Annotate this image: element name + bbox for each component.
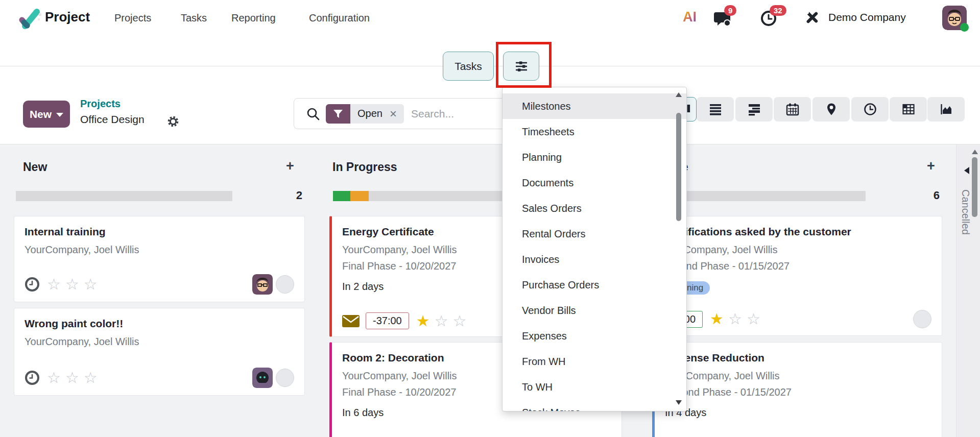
star-icon[interactable]: ★ — [710, 311, 724, 327]
dropdown-item-from-wh[interactable]: From WH — [503, 349, 686, 374]
assignee-avatar[interactable] — [252, 368, 273, 388]
company-menu[interactable]: Demo Company — [828, 11, 906, 23]
view-switch-activity-clock[interactable] — [851, 97, 889, 122]
column-title-new: New — [23, 160, 47, 174]
chevron-down-icon — [56, 113, 63, 117]
messages-badge: 9 — [724, 5, 736, 16]
kanban-board: New + 2 Internal training YourCompany, J… — [0, 144, 980, 437]
nav-item-tasks[interactable]: Tasks — [181, 12, 207, 24]
dropdown-scrollbar[interactable] — [675, 90, 682, 408]
task-card-wrong-paint-color[interactable]: Wrong paint color!! YourCompany, Joel Wi… — [14, 308, 305, 396]
ai-icon[interactable]: AI — [683, 9, 697, 25]
dropdown-item-sales-orders[interactable]: Sales Orders — [503, 196, 686, 221]
star-icon[interactable]: ☆ — [47, 370, 61, 385]
progress-orange-segment[interactable] — [350, 191, 369, 201]
nav-item-configuration[interactable]: Configuration — [309, 12, 370, 24]
view-switch-calendar[interactable] — [774, 97, 811, 122]
star-icon[interactable]: ★ — [416, 313, 430, 329]
filter-funnel-icon — [326, 104, 350, 124]
online-status-dot — [960, 23, 969, 32]
priority-stars: ★ ☆ ☆ — [710, 311, 760, 327]
priority-stars: ☆ ☆ ☆ — [47, 277, 98, 292]
scrollbar-up-arrow[interactable] — [972, 150, 978, 154]
view-switch-list[interactable] — [697, 97, 734, 122]
task-card-internal-training[interactable]: Internal training YourCompany, Joel Will… — [14, 216, 305, 302]
column-progressbar[interactable] — [16, 191, 232, 201]
priority-stars: ☆ ☆ ☆ — [47, 370, 98, 385]
email-icon[interactable] — [342, 315, 360, 327]
scrollbar-down-arrow[interactable] — [676, 400, 682, 405]
dropdown-item-documents[interactable]: Documents — [503, 170, 686, 196]
gear-icon[interactable] — [167, 115, 179, 128]
dropdown-item-timesheets[interactable]: Timesheets — [503, 119, 686, 144]
new-button[interactable]: New — [23, 101, 70, 128]
app-name[interactable]: Project — [45, 9, 90, 25]
dropdown-item-stock-moves[interactable]: Stock Moves — [503, 400, 686, 411]
search-facet-open[interactable]: Open × — [326, 104, 404, 124]
embedded-views-dropdown: Milestones Timesheets Planning Documents… — [502, 87, 687, 411]
view-switch-pivot[interactable] — [890, 97, 927, 122]
view-switch-graph[interactable] — [927, 97, 965, 122]
top-navbar: Project Projects Tasks Reporting Configu… — [0, 0, 980, 36]
dropdown-scrollbar-thumb[interactable] — [676, 113, 681, 221]
view-switch-activity[interactable] — [735, 97, 773, 122]
activity-clock-icon[interactable] — [25, 370, 40, 385]
debug-tools-icon[interactable] — [803, 9, 821, 28]
kanban-state-circle[interactable] — [913, 310, 931, 328]
star-icon[interactable]: ☆ — [453, 313, 467, 329]
dropdown-item-expenses[interactable]: Expenses — [503, 323, 686, 349]
search-icon — [306, 107, 320, 120]
task-card-expense-reduction[interactable]: Expense Reduction YourCompany, Joel Will… — [652, 342, 942, 437]
expand-column-icon[interactable] — [964, 167, 969, 174]
activities-badge: 32 — [770, 5, 786, 16]
user-avatar[interactable] — [942, 6, 967, 30]
page-scrollbar-thumb[interactable] — [972, 157, 977, 217]
kanban-state-circle[interactable] — [276, 369, 294, 387]
pivot-table-icon — [902, 103, 915, 116]
remaining-hours-field[interactable]: -37:00 — [366, 312, 409, 329]
nav-item-reporting[interactable]: Reporting — [231, 12, 276, 24]
activities-icon[interactable]: 32 — [759, 9, 778, 28]
graph-icon — [940, 103, 953, 116]
dropdown-item-purchase-orders[interactable]: Purchase Orders — [503, 272, 686, 298]
star-icon[interactable]: ☆ — [747, 311, 760, 327]
dropdown-item-to-wh[interactable]: To WH — [503, 374, 686, 400]
tasks-view-button[interactable]: Tasks — [443, 52, 494, 81]
star-icon[interactable]: ☆ — [435, 313, 448, 329]
dropdown-item-planning[interactable]: Planning — [503, 144, 686, 170]
dropdown-item-invoices[interactable]: Invoices — [503, 247, 686, 272]
star-icon[interactable]: ☆ — [84, 277, 98, 292]
messages-icon[interactable]: 9 — [714, 9, 732, 28]
scrollbar-up-arrow[interactable] — [676, 92, 682, 97]
sliders-icon — [515, 60, 528, 73]
activity-clock-icon[interactable] — [25, 277, 40, 292]
activity-list-icon — [748, 103, 761, 116]
column-progressbar[interactable] — [656, 191, 866, 201]
view-switch-map[interactable] — [812, 97, 850, 122]
progress-green-segment[interactable] — [333, 191, 350, 201]
column-add-button[interactable]: + — [286, 159, 294, 173]
dropdown-item-vendor-bills[interactable]: Vendor Bills — [503, 298, 686, 323]
task-card-modifications[interactable]: Modifications asked by the customer Your… — [652, 216, 942, 336]
kanban-state-circle[interactable] — [276, 275, 294, 294]
star-icon[interactable]: ☆ — [65, 277, 79, 292]
facet-label: Open — [357, 108, 383, 119]
dropdown-item-rental-orders[interactable]: Rental Orders — [503, 221, 686, 247]
column-add-button[interactable]: + — [927, 159, 935, 173]
column-count: 2 — [282, 189, 302, 202]
embedded-views-settings-button[interactable] — [503, 52, 539, 81]
star-icon[interactable]: ☆ — [728, 311, 742, 327]
nav-item-projects[interactable]: Projects — [114, 12, 151, 24]
calendar-icon — [786, 103, 799, 116]
star-icon[interactable]: ☆ — [65, 370, 79, 385]
app-logo-icon[interactable] — [17, 7, 42, 31]
star-icon[interactable]: ☆ — [84, 370, 98, 385]
collapsed-column-label[interactable]: Cancelled — [960, 189, 971, 235]
breadcrumb-projects-link[interactable]: Projects — [80, 98, 121, 110]
facet-close-icon[interactable]: × — [390, 108, 397, 120]
map-pin-icon — [825, 103, 838, 116]
dropdown-item-milestones[interactable]: Milestones — [503, 93, 686, 119]
star-icon[interactable]: ☆ — [47, 277, 61, 292]
assignee-avatar[interactable] — [252, 274, 273, 295]
column-count: 6 — [919, 189, 940, 202]
